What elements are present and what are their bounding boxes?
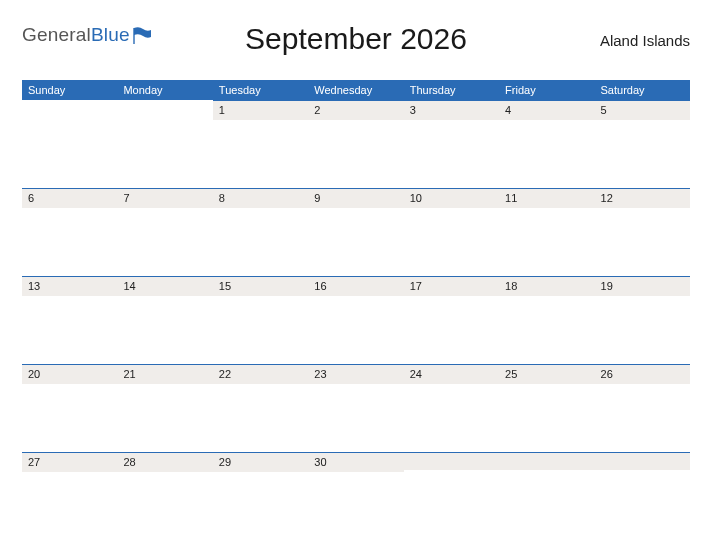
date-number: 7 [117, 188, 212, 208]
calendar-cell: 22 [213, 364, 308, 452]
calendar-cell: 26 [595, 364, 690, 452]
date-number: 14 [117, 276, 212, 296]
date-number: 2 [308, 100, 403, 120]
date-number: 15 [213, 276, 308, 296]
calendar-cell: 13 [22, 276, 117, 364]
calendar-cell: 7 [117, 188, 212, 276]
day-header: Tuesday [213, 80, 308, 100]
calendar-cell: 17 [404, 276, 499, 364]
day-header: Friday [499, 80, 594, 100]
calendar-cell: 4 [499, 100, 594, 188]
calendar-week: 27282930 [22, 452, 690, 540]
date-number: 12 [595, 188, 690, 208]
calendar-cell: 5 [595, 100, 690, 188]
calendar-title: September 2026 [22, 22, 690, 56]
calendar-cell: 12 [595, 188, 690, 276]
date-number: 22 [213, 364, 308, 384]
calendar-week: 13141516171819 [22, 276, 690, 364]
calendar-cell: 28 [117, 452, 212, 540]
date-number: 30 [308, 452, 403, 472]
date-number: 27 [22, 452, 117, 472]
calendar-grid: Sunday Monday Tuesday Wednesday Thursday… [22, 80, 690, 540]
date-number: 25 [499, 364, 594, 384]
calendar-cell: 21 [117, 364, 212, 452]
calendar-cell: 16 [308, 276, 403, 364]
date-number: 21 [117, 364, 212, 384]
calendar-cell: 25 [499, 364, 594, 452]
calendar-cell: 8 [213, 188, 308, 276]
date-number: 4 [499, 100, 594, 120]
calendar-header-row: Sunday Monday Tuesday Wednesday Thursday… [22, 80, 690, 100]
date-number: 24 [404, 364, 499, 384]
calendar-cell: 29 [213, 452, 308, 540]
date-number: 6 [22, 188, 117, 208]
calendar-cell [499, 452, 594, 540]
calendar-cell: 20 [22, 364, 117, 452]
day-header: Monday [117, 80, 212, 100]
date-number: 10 [404, 188, 499, 208]
date-number [595, 452, 690, 470]
date-number: 13 [22, 276, 117, 296]
calendar-cell: 9 [308, 188, 403, 276]
date-number: 20 [22, 364, 117, 384]
calendar-cell: 27 [22, 452, 117, 540]
day-header: Saturday [595, 80, 690, 100]
calendar-cell: 14 [117, 276, 212, 364]
date-number: 16 [308, 276, 403, 296]
date-number: 5 [595, 100, 690, 120]
header: GeneralBlue September 2026 Aland Islands [22, 18, 690, 74]
calendar-cell [404, 452, 499, 540]
calendar-cell [595, 452, 690, 540]
calendar-cell [22, 100, 117, 188]
calendar-week: 12345 [22, 100, 690, 188]
calendar-cell: 6 [22, 188, 117, 276]
calendar-week: 6789101112 [22, 188, 690, 276]
date-number: 17 [404, 276, 499, 296]
calendar-cell: 3 [404, 100, 499, 188]
day-header: Thursday [404, 80, 499, 100]
calendar-cell: 10 [404, 188, 499, 276]
calendar-cell: 19 [595, 276, 690, 364]
day-header: Sunday [22, 80, 117, 100]
date-number: 3 [404, 100, 499, 120]
calendar-week: 20212223242526 [22, 364, 690, 452]
date-number: 28 [117, 452, 212, 472]
date-number: 1 [213, 100, 308, 120]
calendar-cell: 15 [213, 276, 308, 364]
calendar-cell: 24 [404, 364, 499, 452]
date-number: 9 [308, 188, 403, 208]
calendar-cell: 23 [308, 364, 403, 452]
date-number: 19 [595, 276, 690, 296]
region-label: Aland Islands [600, 32, 690, 49]
calendar-cell: 2 [308, 100, 403, 188]
date-number: 23 [308, 364, 403, 384]
calendar-cell: 1 [213, 100, 308, 188]
date-number: 26 [595, 364, 690, 384]
date-number: 29 [213, 452, 308, 472]
date-number: 8 [213, 188, 308, 208]
date-number [499, 452, 594, 470]
calendar-cell: 18 [499, 276, 594, 364]
date-number [404, 452, 499, 470]
calendar-cell: 11 [499, 188, 594, 276]
calendar-cell [117, 100, 212, 188]
date-number: 18 [499, 276, 594, 296]
calendar-cell: 30 [308, 452, 403, 540]
day-header: Wednesday [308, 80, 403, 100]
date-number: 11 [499, 188, 594, 208]
